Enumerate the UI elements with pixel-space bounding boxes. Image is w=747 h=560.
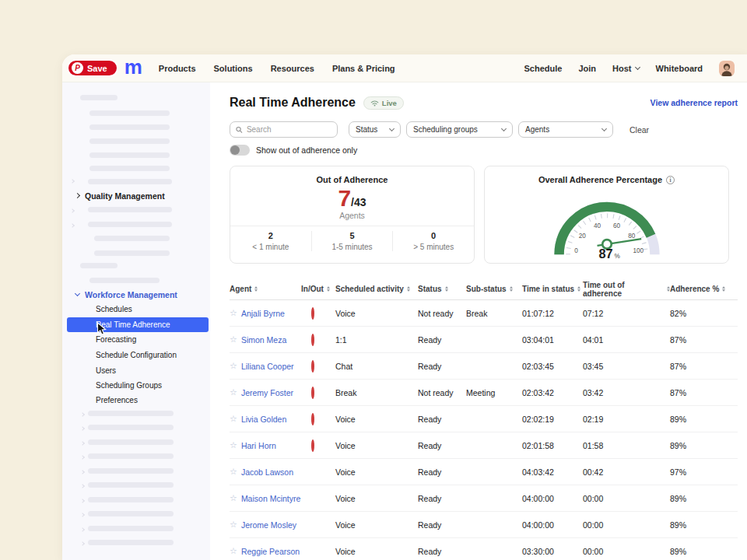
status-dot	[311, 387, 314, 399]
status-filter-dropdown[interactable]: Status	[349, 121, 401, 138]
sidebar-item-forecasting[interactable]: Forecasting	[67, 332, 209, 347]
agent-link[interactable]: Liliana Cooper	[241, 362, 294, 371]
star-icon[interactable]: ☆	[230, 414, 237, 424]
adherence-cell: 87%	[670, 335, 738, 345]
info-icon[interactable]: i	[666, 176, 675, 184]
adherence-cell: 89%	[670, 520, 738, 530]
sidebar-item-real-time-adherence[interactable]: Real Time Adherence	[67, 317, 209, 332]
nav-item-host[interactable]: Host	[612, 64, 639, 73]
bucket-value: 0	[393, 231, 474, 240]
time-out-cell: 03:42	[583, 388, 670, 397]
sidebar-skeleton-item	[88, 425, 174, 430]
column-header-sub-status[interactable]: Sub-status	[466, 285, 522, 293]
agent-link[interactable]: Livia Golden	[241, 415, 286, 424]
column-header-scheduled-activity[interactable]: Scheduled activity	[335, 285, 418, 293]
chevron-down-icon	[389, 125, 395, 131]
time-in-status-cell: 04:00:00	[522, 494, 583, 503]
out-of-adherence-count: 7	[338, 186, 351, 211]
star-icon[interactable]: ☆	[230, 361, 237, 371]
sort-icon	[722, 286, 725, 292]
sidebar-item-preferences[interactable]: Preferences	[67, 393, 209, 408]
chevron-icon	[70, 179, 75, 184]
avatar[interactable]	[719, 61, 735, 76]
agent-link[interactable]: Hari Horn	[241, 441, 276, 450]
agent-link[interactable]: Jacob Lawson	[241, 467, 293, 477]
bucket-value: 2	[230, 231, 311, 240]
nav-left: Products Solutions Resources Plans & Pri…	[159, 64, 395, 73]
sidebar-skeleton-item	[89, 166, 170, 171]
wifi-icon	[370, 100, 379, 107]
agent-link[interactable]: Reggie Pearson	[241, 547, 300, 556]
view-adherence-report-link[interactable]: View adherence report	[651, 98, 738, 107]
agent-link[interactable]: Jerome Mosley	[241, 520, 296, 530]
table-row: ☆Liliana Cooper Chat Ready 02:03:45 03:4…	[230, 353, 738, 380]
star-icon[interactable]: ☆	[230, 308, 237, 318]
pinterest-save-button[interactable]: P Save	[67, 59, 118, 77]
search-icon	[236, 126, 243, 134]
sidebar-skeleton-item	[89, 278, 160, 283]
adherence-cell: 82%	[670, 309, 738, 318]
nav-right: Schedule Join Host Whiteboard	[524, 61, 735, 76]
adherence-cell: 89%	[670, 494, 738, 503]
star-icon[interactable]: ☆	[230, 334, 237, 345]
sidebar-skeleton-item	[94, 236, 170, 241]
column-header-inout[interactable]: In/Out	[301, 285, 335, 293]
sidebar-item-workforce-management[interactable]: Workforce Management	[67, 287, 209, 302]
brand-logo[interactable]: m	[124, 59, 142, 75]
sidebar-item-quality-management[interactable]: Quality Management	[67, 188, 209, 203]
status-cell: Ready	[418, 494, 466, 503]
scheduled-activity-cell: Voice	[335, 467, 418, 477]
scheduled-activity-cell: Chat	[335, 362, 418, 371]
save-label: Save	[87, 64, 107, 73]
clear-filters-button[interactable]: Clear	[630, 125, 649, 135]
star-icon[interactable]: ☆	[230, 440, 237, 450]
column-header-time-in-status[interactable]: Time in status	[522, 285, 583, 293]
out-of-adherence-title: Out of Adherence	[230, 175, 474, 184]
column-header-adherence-pct[interactable]: Adherence %	[670, 285, 738, 293]
time-out-cell: 00:00	[583, 494, 670, 503]
status-dot	[311, 439, 314, 452]
star-icon[interactable]: ☆	[230, 387, 237, 397]
star-icon[interactable]: ☆	[230, 493, 237, 503]
nav-item-solutions[interactable]: Solutions	[214, 64, 253, 73]
search-input[interactable]	[247, 125, 331, 134]
adherence-cell: 87%	[670, 362, 738, 371]
agent-link[interactable]: Anjali Byrne	[241, 309, 285, 318]
sidebar-item-users[interactable]: Users	[67, 363, 209, 378]
nav-item-join[interactable]: Join	[578, 64, 596, 73]
sidebar-item-schedules[interactable]: Schedules	[67, 302, 209, 317]
agent-link[interactable]: Maison Mcintyre	[241, 494, 300, 503]
status-cell: Ready	[418, 441, 466, 450]
sort-icon	[327, 286, 330, 292]
page-title: Real Time Adherence	[230, 96, 356, 110]
agents-filter-dropdown[interactable]: Agents	[518, 121, 613, 138]
nav-item-products[interactable]: Products	[159, 64, 196, 73]
agent-link[interactable]: Jeremy Foster	[241, 388, 293, 397]
out-of-adherence-toggle[interactable]	[230, 145, 250, 156]
column-header-status[interactable]: Status	[418, 285, 466, 293]
nav-item-schedule[interactable]: Schedule	[524, 64, 563, 73]
time-out-cell: 04:01	[583, 335, 670, 345]
column-header-time-out-of-adherence[interactable]: Time out of adherence	[583, 281, 670, 298]
overall-adherence-card: Overall Adherence Percentage i 0 20 40 6…	[484, 166, 729, 264]
status-dot	[311, 334, 314, 346]
sidebar-item-scheduling-groups[interactable]: Scheduling Groups	[67, 378, 209, 393]
star-icon[interactable]: ☆	[230, 467, 237, 477]
sidebar: Quality Management Workforce Management …	[62, 82, 210, 560]
agent-link[interactable]: Simon Meza	[241, 335, 286, 345]
star-icon[interactable]: ☆	[230, 520, 237, 530]
star-icon[interactable]: ☆	[230, 546, 237, 556]
nav-item-plans-pricing[interactable]: Plans & Pricing	[332, 64, 395, 73]
nav-item-resources[interactable]: Resources	[271, 64, 314, 73]
sidebar-skeleton-item	[94, 250, 170, 256]
nav-item-whiteboard[interactable]: Whiteboard	[656, 64, 703, 73]
time-in-status-cell: 02:03:42	[522, 388, 583, 397]
scheduling-groups-filter-dropdown[interactable]: Scheduling groups	[406, 121, 513, 138]
column-header-agent[interactable]: Agent	[230, 285, 301, 293]
table-row: ☆Reggie Pearson Voice Ready 03:30:00 00:…	[230, 538, 738, 560]
scheduled-activity-cell: Voice	[335, 520, 418, 530]
sidebar-item-schedule-configuration[interactable]: Schedule Configuration	[67, 348, 209, 362]
table-row: ☆Jeremy Foster Break Not ready Meeting 0…	[230, 380, 738, 406]
status-cell: Ready	[418, 467, 466, 477]
mouse-cursor-icon	[96, 322, 107, 339]
